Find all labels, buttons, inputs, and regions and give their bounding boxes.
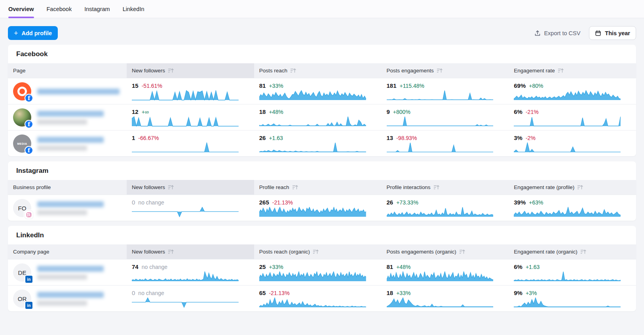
metric-value: 39%	[514, 199, 526, 206]
metric-value-line: 18+33%	[387, 290, 504, 296]
column-header-posts-engagements[interactable]: Posts engagements	[382, 63, 509, 78]
metric-value: 74	[132, 263, 139, 270]
sort-icon	[558, 68, 564, 73]
sparkline-chart	[259, 142, 366, 153]
column-header-engagement-rate-profile[interactable]: Engagement rate (profile)	[509, 180, 636, 195]
metric-delta: +33%	[396, 290, 410, 296]
column-header-label: New followers	[132, 249, 165, 255]
sparkline-chart	[514, 207, 621, 217]
metric-value-line: 265-21.13%	[259, 199, 376, 206]
metric-value-line: 6%-21%	[514, 108, 631, 115]
metric-value: 26	[259, 134, 266, 141]
metric-value: 12	[132, 108, 139, 115]
metric-delta: +48%	[396, 264, 410, 270]
sort-icon	[292, 185, 298, 190]
metric-cell-engagement-rate-organic: 6%+1.63	[509, 259, 636, 285]
metric-value: 18	[259, 108, 266, 115]
column-header-profile-reach[interactable]: Profile reach	[254, 180, 382, 195]
metric-value: 6%	[514, 263, 522, 270]
sparkline-chart	[514, 142, 621, 153]
profile-avatar: FO	[13, 199, 31, 217]
redacted-name-line	[37, 137, 104, 143]
metric-cell-posts-engagements: 13-98.93%	[382, 131, 509, 156]
metric-value: 9%	[514, 290, 522, 296]
metric-value-line: 9%+3%	[514, 290, 631, 296]
redacted-name-line	[37, 201, 104, 207]
sparkline-chart	[259, 207, 366, 217]
metric-cell-engagement-rate: 3%-2%	[509, 131, 636, 156]
profile-cell[interactable]: MEDIAf	[8, 131, 127, 156]
sparkline-chart	[132, 116, 239, 127]
facebook-badge-icon: f	[25, 94, 33, 102]
column-header-new-followers[interactable]: New followers	[127, 180, 254, 195]
metric-value-line: 69%+80%	[514, 82, 631, 89]
sort-icon	[580, 249, 586, 254]
table-row: DEin74no change25+33%81+48%6%+1.63	[8, 259, 636, 285]
column-header-posts-reach-organic[interactable]: Posts reach (organic)	[254, 244, 382, 259]
metric-delta: +1.63	[526, 264, 540, 270]
instagram-badge-icon	[25, 210, 33, 219]
metric-value: 26	[387, 199, 393, 206]
date-range-label: This year	[605, 30, 630, 36]
metric-value-line: 18+48%	[259, 108, 376, 115]
tab-label: LinkedIn	[123, 6, 144, 12]
metric-value: 25	[259, 263, 266, 270]
profile-cell[interactable]: FO	[8, 195, 127, 221]
metric-delta: -2%	[526, 135, 536, 141]
column-header-engagement-rate[interactable]: Engagement rate	[509, 63, 636, 78]
column-header-label: Profile interactions	[387, 184, 431, 190]
profile-cell[interactable]: ORin	[8, 286, 127, 311]
avatar-text: MEDIA	[17, 142, 27, 145]
metric-value: 81	[387, 263, 393, 270]
metric-cell-new-followers: 1-66.67%	[127, 131, 254, 156]
metric-delta: +73.33%	[396, 199, 418, 206]
profile-cell[interactable]: f	[8, 78, 127, 104]
tab-overview[interactable]: Overview	[8, 0, 34, 18]
profile-cell[interactable]: f	[8, 104, 127, 130]
section-instagram: InstagramBusiness profileNew followersPr…	[8, 161, 636, 221]
column-header-new-followers[interactable]: New followers	[127, 244, 254, 259]
profile-avatar: f	[13, 82, 31, 100]
column-header-new-followers[interactable]: New followers	[127, 63, 254, 78]
metric-cell-engagement-rate-profile: 39%+63%	[509, 195, 636, 221]
metric-value-line: 181+115.48%	[387, 82, 504, 89]
calendar-icon	[595, 30, 601, 36]
metric-delta: no change	[138, 290, 164, 296]
profile-cell[interactable]: DEin	[8, 259, 127, 285]
metric-delta: no change	[138, 199, 164, 206]
column-header-posts-reach[interactable]: Posts reach	[254, 63, 382, 78]
add-profile-button[interactable]: + Add profile	[8, 26, 58, 40]
metric-delta: -21%	[526, 109, 539, 115]
sort-icon	[459, 249, 465, 254]
sparkline-chart	[514, 90, 621, 100]
sort-icon	[433, 185, 439, 190]
metric-cell-posts-engagements-organic: 81+48%	[382, 259, 509, 285]
metric-value-line: 12+∞	[132, 108, 249, 115]
tab-instagram[interactable]: Instagram	[84, 0, 110, 18]
metric-delta: +80%	[529, 83, 543, 89]
metric-delta: -51.61%	[142, 83, 162, 89]
metric-value-line: 13-98.93%	[387, 134, 504, 141]
column-header-label: Posts reach (organic)	[259, 249, 310, 255]
metric-value-line: 81+33%	[259, 82, 376, 89]
sparkline-chart	[387, 271, 494, 282]
sort-icon	[168, 68, 174, 73]
column-header-engagement-rate-organic[interactable]: Engagement rate (organic)	[509, 244, 636, 259]
metric-cell-posts-reach-organic: 25+33%	[254, 259, 382, 285]
redacted-profile-name	[37, 137, 104, 151]
redacted-profile-name	[37, 201, 104, 215]
export-csv-label: Export to CSV	[544, 30, 580, 36]
date-range-button[interactable]: This year	[589, 26, 636, 40]
sparkline-chart	[514, 116, 621, 127]
metric-value: 65	[259, 290, 266, 296]
metric-value-line: 0no change	[132, 290, 249, 296]
metric-delta: no change	[142, 264, 167, 270]
column-header-profile-interactions[interactable]: Profile interactions	[382, 180, 509, 195]
export-csv-button[interactable]: Export to CSV	[534, 30, 580, 36]
table-row: f15-51.61%81+33%181+115.48%69%+80%	[8, 78, 636, 104]
tab-facebook[interactable]: Facebook	[47, 0, 72, 18]
tab-linkedin[interactable]: LinkedIn	[123, 0, 144, 18]
table-header-row: Company pageNew followersPosts reach (or…	[8, 244, 636, 259]
metric-delta: -66.67%	[138, 135, 159, 141]
column-header-posts-engagements-organic[interactable]: Posts engagements (organic)	[382, 244, 509, 259]
